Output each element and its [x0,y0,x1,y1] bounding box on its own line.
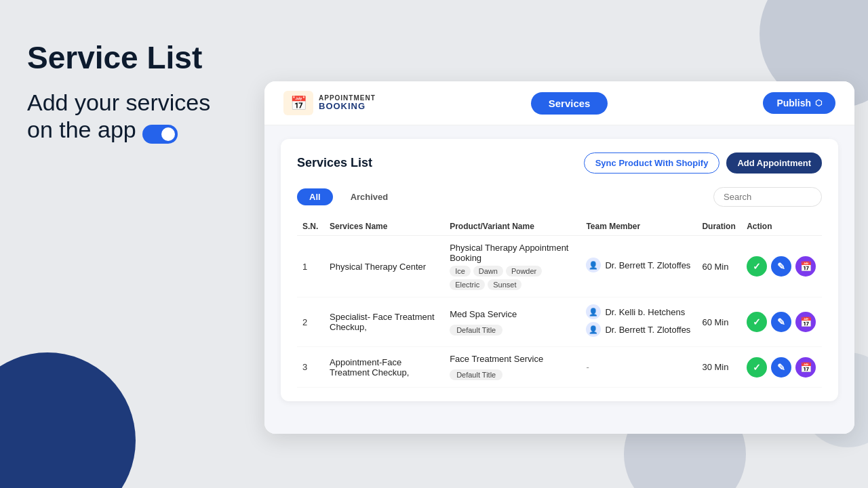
member-name: Dr. Kelli b. Hetchens [605,307,685,317]
calendar-button[interactable]: 📅 [795,256,816,277]
row-product: Med Spa ServiceDefault Title [444,298,580,347]
add-appointment-button[interactable]: Add Appointment [726,152,822,174]
row-team: 👤 Dr. Kelli b. Hetchens 👤 Dr. Berrett T.… [580,298,696,347]
team-member: 👤 Dr. Kelli b. Hetchens [586,304,691,319]
row-sn: 2 [297,298,324,347]
services-card: Services List Sync Product With Shopify … [281,139,838,401]
header-actions: Sync Product With Shopify Add Appointmen… [584,152,822,174]
filter-tabs: All Archived [297,188,400,205]
col-team: Team Member [580,218,696,236]
table-header-row: S.N. Services Name Product/Variant Name … [297,218,822,236]
toggle-switch[interactable] [142,125,178,144]
table-row: 2Specialist- Face Treatment Checkup,Med … [297,298,822,347]
col-product: Product/Variant Name [444,218,580,236]
row-duration: 60 Min [696,298,741,347]
col-duration: Duration [696,218,741,236]
row-product: Physical Therapy Appointment BookingIceD… [444,236,580,298]
col-sn: S.N. [297,218,324,236]
row-service-name: Specialist- Face Treatment Checkup, [324,298,444,347]
app-container: 📅 APPOINTMENT BOOKING Services Publish ⬡… [264,81,854,434]
publish-label: Publish [776,98,811,108]
calendar-button[interactable]: 📅 [795,312,816,332]
row-action: ✓ ✎ 📅 [741,347,822,388]
member-name: Dr. Berrett T. Zlotoffes [605,260,690,270]
team-dash: - [586,362,589,372]
services-table: S.N. Services Name Product/Variant Name … [297,218,822,388]
team-member: 👤 Dr. Berrett T. Zlotoffes [586,322,691,337]
row-sn: 3 [297,347,324,388]
external-link-icon: ⬡ [815,98,822,108]
page-subtitle: Add your services on the app [27,89,241,144]
subtitle-line2: on the app [27,117,136,142]
edit-button[interactable]: ✎ [771,256,791,277]
row-action: ✓ ✎ 📅 [741,236,822,298]
tab-archived[interactable]: Archived [338,188,401,205]
page-heading: Service List [27,41,241,75]
logo-text: APPOINTMENT BOOKING [319,94,376,111]
team-member: 👤 Dr. Berrett T. Zlotoffes [586,258,691,272]
services-nav-button[interactable]: Services [531,92,608,115]
row-action: ✓ ✎ 📅 [741,298,822,347]
card-header: Services List Sync Product With Shopify … [297,152,822,174]
table-row: 3Appointment-Face Treatment Checkup,Face… [297,347,822,388]
row-sn: 1 [297,236,324,298]
subtitle-line1: Add your services [27,89,210,115]
logo-emoji: 📅 [290,95,307,111]
edit-button[interactable]: ✎ [771,312,791,332]
publish-button[interactable]: Publish ⬡ [763,92,835,114]
logo-icon: 📅 [283,91,313,115]
col-action: Action [741,218,822,236]
row-team: - [580,347,696,388]
row-duration: 60 Min [696,236,741,298]
activate-button[interactable]: ✓ [747,312,767,332]
member-name: Dr. Berrett T. Zlotoffes [605,325,690,335]
member-avatar: 👤 [586,258,601,272]
row-product: Face Treatment ServiceDefault Title [444,347,580,388]
row-service-name: Appointment-Face Treatment Checkup, [324,347,444,388]
filter-row: All Archived [297,187,822,207]
member-avatar: 👤 [586,304,601,319]
row-duration: 30 Min [696,347,741,388]
activate-button[interactable]: ✓ [747,256,767,277]
card-title: Services List [297,156,372,170]
col-service-name: Services Name [324,218,444,236]
row-team: 👤 Dr. Berrett T. Zlotoffes [580,236,696,298]
app-header: 📅 APPOINTMENT BOOKING Services Publish ⬡ [264,81,854,125]
app-body: Services List Sync Product With Shopify … [264,125,854,434]
search-input[interactable] [713,187,822,207]
table-row: 1Physical Therapy CenterPhysical Therapy… [297,236,822,298]
activate-button[interactable]: ✓ [747,357,767,378]
logo-area: 📅 APPOINTMENT BOOKING [283,91,376,115]
logo-line2: BOOKING [319,102,376,111]
calendar-button[interactable]: 📅 [795,357,816,378]
tab-all[interactable]: All [297,188,333,205]
row-service-name: Physical Therapy Center [324,236,444,298]
sync-button[interactable]: Sync Product With Shopify [584,152,720,174]
member-avatar: 👤 [586,322,601,337]
edit-button[interactable]: ✎ [771,357,791,378]
left-panel: Service List Add your services on the ap… [0,0,268,488]
